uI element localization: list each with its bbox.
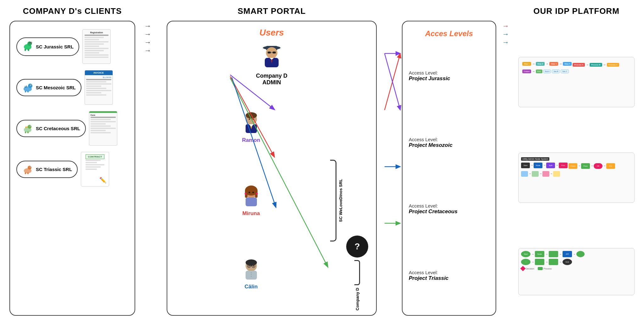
client-name-jurassic: SC Jurassic SRL: [36, 44, 74, 49]
unknown-user: ?: [346, 236, 368, 258]
access-label-jurassic: Access Level:: [409, 70, 489, 75]
client-pill-jurassic: SC Jurassic SRL: [16, 37, 79, 56]
admin-name: Company D: [256, 73, 287, 79]
svg-point-19: [31, 126, 31, 126]
svg-marker-21: [26, 126, 28, 128]
svg-rect-4: [25, 49, 26, 51]
svg-point-11: [31, 85, 31, 86]
svg-point-66: [251, 274, 252, 275]
users-list: Ramon: [175, 91, 327, 310]
svg-rect-22: [25, 131, 26, 133]
access-levels-title: Acces Levels: [409, 29, 489, 38]
svg-point-41: [246, 112, 257, 119]
ramon-avatar: [241, 111, 262, 136]
sc-welovedinos-label: SC WeLoveDinos SRL: [338, 179, 343, 222]
invoice-header: INVOICE: [85, 70, 113, 75]
access-project-mesozoic: Project Mesozoic: [409, 142, 489, 148]
idp-title: OUR IDP PLATFORM: [518, 6, 635, 16]
portal-to-access-arrows: [383, 6, 402, 22]
calin-name: Călin: [245, 284, 258, 290]
svg-point-67: [251, 276, 252, 277]
unknown-avatar: ?: [346, 236, 368, 258]
client-row-triassic: SC Triassic SRL CONTRACT ✏️: [16, 152, 128, 186]
access-label-cretaceous: Access Level:: [409, 203, 489, 208]
arrow-triassic: →: [144, 47, 151, 55]
dino-cretaceous-icon: [22, 122, 33, 135]
svg-point-55: [252, 192, 254, 193]
svg-rect-56: [246, 197, 257, 206]
svg-point-63: [253, 265, 254, 267]
svg-point-62: [248, 265, 250, 267]
diagram-mesozoic: Utility Admin Node System Start → Node →…: [518, 153, 635, 203]
svg-point-58: [246, 259, 257, 266]
right-bracket-sc: [330, 160, 336, 242]
portal-column: SMART PORTAL Users: [160, 6, 383, 316]
user-ramon: Ramon: [241, 111, 262, 143]
client-to-portal-arrows: → → → →: [135, 6, 160, 55]
svg-point-17: [28, 125, 31, 129]
doc-cretaceous: Form: [89, 111, 117, 146]
user-calin: Călin: [241, 258, 262, 290]
access-column: placeholder Acces Levels Access Level: P…: [402, 6, 496, 316]
dino-jurassic-icon: [22, 40, 33, 53]
svg-point-54: [248, 192, 250, 193]
company-d-section: ? Company D: [346, 91, 368, 310]
access-project-jurassic: Project Jurassic: [409, 75, 489, 82]
users-label: Users: [259, 28, 284, 38]
svg-rect-34: [273, 52, 276, 53]
svg-rect-14: [25, 91, 26, 92]
doc-triassic: CONTRACT ✏️: [81, 152, 109, 186]
svg-point-42: [249, 119, 250, 120]
svg-rect-28: [25, 172, 26, 174]
arrow-to-idp-1: →: [502, 22, 509, 30]
svg-rect-29: [27, 172, 29, 174]
svg-rect-5: [28, 49, 29, 51]
svg-rect-15: [27, 91, 29, 92]
miruna-name: Miruna: [242, 210, 260, 217]
admin-role: ADMIN: [262, 79, 281, 86]
svg-point-65: [251, 272, 252, 273]
arrow-cretaceous: →: [144, 38, 151, 47]
svg-point-53: [256, 193, 258, 195]
svg-point-43: [253, 119, 254, 120]
arrow-to-idp-2: →: [502, 30, 509, 38]
client-row-jurassic: SC Jurassic SRL Registration: [16, 29, 128, 64]
dino-triassic-icon: [22, 163, 33, 175]
calin-avatar: [241, 258, 262, 282]
access-item-mesozoic: Access Level: Project Mesozoic: [409, 111, 489, 175]
ramon-name: Ramon: [242, 137, 260, 143]
arrow-to-idp-3: →: [502, 38, 509, 47]
idp-diagrams: Step 1 → Step 2 → Step 3 → Step 4 Proces…: [518, 21, 635, 316]
crossing-arrows-svg: [383, 22, 402, 274]
access-item-triassic: Access Level: Project Triassic: [409, 244, 489, 308]
client-name-triassic: SC Triassic SRL: [36, 167, 72, 172]
admin-section: Company D ADMIN: [256, 41, 287, 86]
arrow-jurassic: →: [144, 22, 151, 30]
access-label-triassic: Access Level:: [409, 270, 489, 275]
sc-bracket: SC WeLoveDinos SRL: [330, 91, 343, 310]
client-pill-mesozoic: SC Mesozoic SRL: [16, 79, 81, 96]
access-label-mesozoic: Access Level:: [409, 137, 489, 142]
client-pill-triassic: SC Triassic SRL: [16, 161, 78, 178]
doc-jurassic: Registration: [82, 29, 111, 64]
doc-mesozoic: INVOICE $1,234.00: [85, 70, 113, 105]
client-row-cretaceous: SC Cretaceous SRL Form: [16, 111, 128, 146]
svg-marker-13: [26, 85, 27, 87]
main-layout: COMPANY D's CLIENTS: [0, 0, 644, 322]
svg-marker-12: [25, 86, 26, 88]
idp-column: OUR IDP PLATFORM Step 1 → Step 2 → Step …: [515, 6, 635, 316]
clients-column: COMPANY D's CLIENTS: [9, 6, 135, 316]
svg-point-27: [31, 167, 31, 167]
arrow-mesozoic: →: [144, 30, 151, 38]
client-name-cretaceous: SC Cretaceous SRL: [36, 126, 80, 131]
company-d-label: Company D: [355, 288, 360, 310]
access-to-idp-arrows: → → → →: [496, 6, 515, 55]
access-project-triassic: Project Triassic: [409, 275, 489, 281]
clients-box: SC Jurassic SRL Registration: [9, 21, 135, 316]
portal-box: Users: [167, 21, 377, 316]
admin-avatar: [259, 41, 284, 73]
svg-point-52: [245, 193, 247, 195]
svg-rect-64: [246, 271, 257, 280]
access-box: Acces Levels Access Level: Project Juras…: [402, 21, 496, 316]
client-name-mesozoic: SC Mesozoic SRL: [36, 85, 76, 90]
